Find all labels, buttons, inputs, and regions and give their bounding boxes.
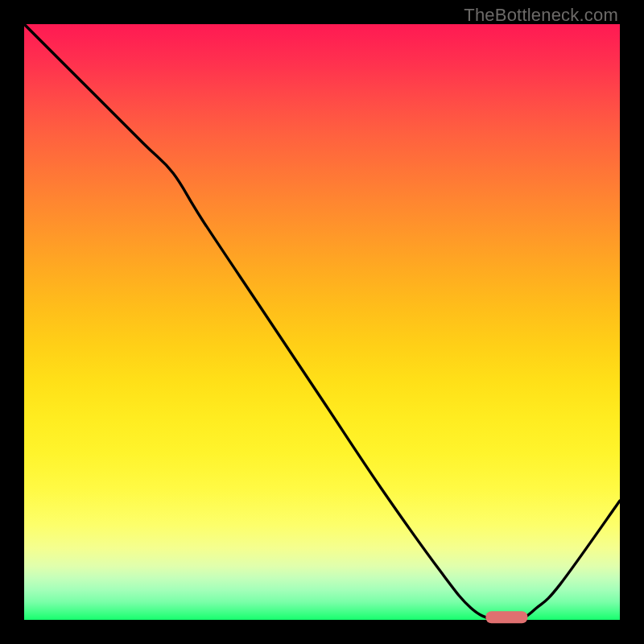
watermark-text: TheBottleneck.com — [464, 5, 618, 26]
plot-area — [24, 24, 620, 620]
optimal-marker — [485, 611, 527, 623]
chart-svg — [24, 24, 620, 620]
bottleneck-curve — [24, 24, 620, 621]
